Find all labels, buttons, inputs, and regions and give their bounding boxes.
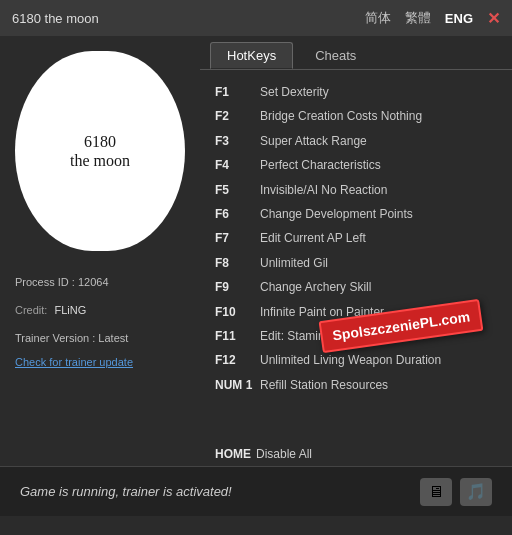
update-link[interactable]: Check for trainer update	[15, 351, 185, 373]
monitor-icon[interactable]: 🖥	[420, 478, 452, 506]
lang-simplified-btn[interactable]: 简体	[365, 9, 391, 27]
hotkey-desc: Unlimited Gil	[260, 253, 328, 273]
hotkey-key: F3	[215, 131, 260, 151]
lang-traditional-btn[interactable]: 繁體	[405, 9, 431, 27]
hotkey-key: F10	[215, 302, 260, 322]
hotkey-key: F1	[215, 82, 260, 102]
hotkey-key: F6	[215, 204, 260, 224]
hotkey-row: F9Change Archery Skill	[215, 275, 497, 299]
hotkey-key: NUM 1	[215, 375, 260, 395]
game-logo-text: 6180 the moon	[70, 132, 130, 170]
hotkey-key: F9	[215, 277, 260, 297]
hotkey-key: F4	[215, 155, 260, 175]
hotkey-row: NUM 1Refill Station Resources	[215, 373, 497, 397]
hotkey-key: F12	[215, 350, 260, 370]
trainer-version: Trainer Version : Latest	[15, 327, 185, 349]
home-row: HOME Disable All	[200, 437, 512, 466]
title-bar: 6180 the moon 简体 繁體 ENG ✕	[0, 0, 512, 36]
hotkey-desc: Super Attack Range	[260, 131, 367, 151]
hotkey-desc: Set Dexterity	[260, 82, 329, 102]
process-id: Process ID : 12064	[15, 271, 185, 293]
hotkey-row: F4Perfect Characteristics	[215, 153, 497, 177]
hotkey-row: F2Bridge Creation Costs Nothing	[215, 104, 497, 128]
tab-hotkeys[interactable]: HotKeys	[210, 42, 293, 69]
main-area: 6180 the moon Process ID : 12064 Credit:…	[0, 36, 512, 466]
hotkey-row: F12Unlimited Living Weapon Duration	[215, 348, 497, 372]
home-desc: Disable All	[256, 447, 312, 461]
app-title: 6180 the moon	[12, 11, 99, 26]
credit-label: Credit:	[15, 304, 47, 316]
hotkey-desc: Bridge Creation Costs Nothing	[260, 106, 422, 126]
title-bar-controls: 简体 繁體 ENG ✕	[365, 9, 500, 28]
game-logo: 6180 the moon	[15, 51, 185, 251]
hotkey-row: F8Unlimited Gil	[215, 251, 497, 275]
hotkey-key: F11	[215, 326, 260, 346]
hotkey-key: F8	[215, 253, 260, 273]
hotkey-desc: Change Development Points	[260, 204, 413, 224]
lang-english-btn[interactable]: ENG	[445, 11, 473, 26]
bottom-bar: Game is running, trainer is activated! 🖥…	[0, 466, 512, 516]
music-icon[interactable]: 🎵	[460, 478, 492, 506]
hotkey-desc: Invisible/AI No Reaction	[260, 180, 387, 200]
game-logo-line1: 6180	[70, 132, 130, 151]
hotkey-key: F7	[215, 228, 260, 248]
hotkey-row: F5Invisible/AI No Reaction	[215, 178, 497, 202]
hotkey-row: F6Change Development Points	[215, 202, 497, 226]
left-panel: 6180 the moon Process ID : 12064 Credit:…	[0, 36, 200, 466]
credit-row: Credit: FLiNG	[15, 299, 185, 321]
music-symbol: 🎵	[466, 482, 486, 501]
bottom-icons: 🖥 🎵	[420, 478, 492, 506]
close-button[interactable]: ✕	[487, 9, 500, 28]
status-text: Game is running, trainer is activated!	[20, 484, 232, 499]
hotkey-desc: Change Archery Skill	[260, 277, 371, 297]
right-panel: HotKeys Cheats F1Set DexterityF2Bridge C…	[200, 36, 512, 466]
info-section: Process ID : 12064 Credit: FLiNG Trainer…	[10, 266, 190, 378]
hotkey-key: F2	[215, 106, 260, 126]
hotkeys-list: F1Set DexterityF2Bridge Creation Costs N…	[200, 70, 512, 437]
hotkey-row: F7Edit Current AP Left	[215, 226, 497, 250]
hotkey-row: F3Super Attack Range	[215, 129, 497, 153]
hotkey-desc: Perfect Characteristics	[260, 155, 381, 175]
home-key: HOME	[215, 447, 251, 461]
hotkey-desc: Edit Current AP Left	[260, 228, 366, 248]
hotkey-key: F5	[215, 180, 260, 200]
monitor-symbol: 🖥	[428, 483, 444, 501]
game-logo-line2: the moon	[70, 151, 130, 170]
tabs: HotKeys Cheats	[200, 36, 512, 70]
hotkey-row: F1Set Dexterity	[215, 80, 497, 104]
hotkey-desc: Refill Station Resources	[260, 375, 388, 395]
credit-value: FLiNG	[54, 304, 86, 316]
hotkey-desc: Unlimited Living Weapon Duration	[260, 350, 441, 370]
tab-cheats[interactable]: Cheats	[298, 42, 373, 69]
